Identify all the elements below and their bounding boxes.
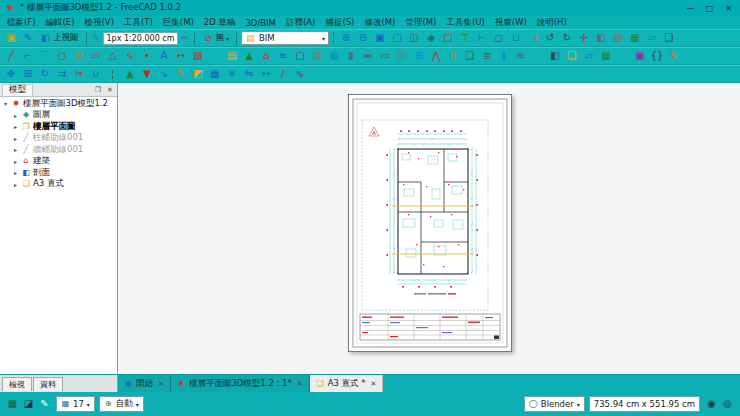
minimize-button[interactable]: — <box>683 4 698 13</box>
top-view-icon[interactable]: ⊤ <box>457 31 473 46</box>
menu-item[interactable]: 註釋(A) <box>281 17 320 29</box>
rotate-left-icon[interactable]: ↺ <box>542 31 558 46</box>
polar-array-icon[interactable]: ✳ <box>224 67 240 82</box>
select-group-icon[interactable]: ❑ <box>661 31 677 46</box>
menu-item[interactable]: 工具集(U) <box>441 17 489 29</box>
expander-icon[interactable]: ▸ <box>12 112 19 119</box>
upgrade-icon[interactable]: ▲ <box>122 67 138 82</box>
bim-views-toggle-icon[interactable]: ▦ <box>5 397 20 412</box>
rear-view-icon[interactable]: ◻ <box>491 31 507 46</box>
menu-item[interactable]: 3D/BIM <box>240 18 281 28</box>
scale-pencil-icon[interactable]: ✎ <box>91 34 102 43</box>
front-view-icon[interactable]: □ <box>440 31 456 46</box>
autogroup-button[interactable]: ⊘ 無 ▾ <box>199 31 232 46</box>
document-tab[interactable]: ✹ 樓層平面圖3D模型1.2 : 1* ✕ <box>171 375 310 392</box>
copy-icon[interactable]: ⊞ <box>20 67 36 82</box>
menu-item[interactable]: 視窗(W) <box>490 17 532 29</box>
grid-size-select[interactable]: ▦ 17 ▾ <box>56 396 95 412</box>
bim-level-icon[interactable]: ≡ <box>275 49 291 64</box>
property-tab[interactable]: 檢視 <box>2 377 32 391</box>
tree-item[interactable]: ▸ ❐ 樓層平面圖 <box>0 121 117 133</box>
tree-item[interactable]: ▸ ◈ 圖層 <box>0 110 117 122</box>
wire-to-bspline-icon[interactable]: ∿ <box>292 67 308 82</box>
menu-item[interactable]: 檢視(V) <box>80 17 119 29</box>
working-plane-icon[interactable]: ▱ <box>644 31 660 46</box>
navigation-style-select[interactable]: ◯ Blender ▾ <box>524 396 585 412</box>
spreadsheet-icon[interactable]: ▦ <box>598 49 614 64</box>
texture-icon[interactable]: ▨ <box>610 31 626 46</box>
techdraw-page-icon[interactable]: ❏ <box>564 49 580 64</box>
tree-item[interactable]: ▸ ◧ 剖面 <box>0 167 117 179</box>
fit-all-icon[interactable]: ▣ <box>372 31 388 46</box>
document-tab[interactable]: ❏ A3 直式 * ✕ <box>310 375 384 392</box>
bim-door-icon[interactable]: ◫ <box>394 49 410 64</box>
menu-item[interactable]: 2D 草稿 <box>199 17 241 29</box>
mirror-icon[interactable]: ⇋ <box>241 67 257 82</box>
sketch-edit-icon[interactable]: ✎ <box>666 49 682 64</box>
menu-item[interactable]: 檔案(F) <box>2 17 41 29</box>
bim-curtain-wall-icon[interactable]: ▦ <box>326 49 342 64</box>
close-tab-icon[interactable]: ✕ <box>371 380 377 388</box>
bim-wall-icon[interactable]: ▥ <box>309 49 325 64</box>
bim-beam-icon[interactable]: ▬ <box>360 49 376 64</box>
draft-rectangle-icon[interactable]: ▭ <box>88 49 104 64</box>
menu-item[interactable]: 編輯(E) <box>41 17 80 29</box>
bim-pipe-icon[interactable]: ∥ <box>496 49 512 64</box>
draft-ellipse-icon[interactable]: ⊙ <box>71 49 87 64</box>
bim-rebar-icon[interactable]: ≋ <box>513 49 529 64</box>
menu-item[interactable]: 管理(M) <box>400 17 441 29</box>
bim-panel-icon[interactable]: ▯ <box>445 49 461 64</box>
sync-view-icon[interactable]: ◎ <box>720 397 735 412</box>
tree-item[interactable]: ▸ ⌂ 建築 <box>0 156 117 168</box>
report-view-icon[interactable]: ◪ <box>21 397 36 412</box>
expander-icon[interactable]: ▾ <box>2 100 9 107</box>
float-panel-icon[interactable]: ❐ <box>93 86 103 94</box>
bim-project-icon[interactable]: ▤ <box>224 49 240 64</box>
bim-frame-icon[interactable]: ❑ <box>462 49 478 64</box>
join-icon[interactable]: ∪ <box>88 67 104 82</box>
zoom-out-icon[interactable]: ⊖ <box>355 31 371 46</box>
tree-item[interactable]: ▸ ╱ 柱輔助線001 <box>0 133 117 145</box>
subelement-highlight-icon[interactable]: ◩ <box>190 67 206 82</box>
move-icon[interactable]: ✥ <box>3 67 19 82</box>
array-icon[interactable]: ▦ <box>207 67 223 82</box>
menu-item[interactable]: 工具(T) <box>119 17 158 29</box>
left-view-icon[interactable]: ⊣ <box>525 31 541 46</box>
section-plane-icon[interactable]: ◧ <box>547 49 563 64</box>
mouse-navigation-icon[interactable]: ◉ <box>704 397 719 412</box>
draft-polygon-icon[interactable]: △ <box>105 49 121 64</box>
tab-model[interactable]: 模型 <box>2 84 33 96</box>
draft-arc-icon[interactable]: ⌒ <box>37 49 53 64</box>
draw-style-icon[interactable]: ◫ <box>406 31 422 46</box>
rotate-right-icon[interactable]: ↻ <box>559 31 575 46</box>
tree-item[interactable]: ▸ ╱ 牆輔助線001 <box>0 144 117 156</box>
draft-text-icon[interactable]: A <box>156 49 172 64</box>
maximize-button[interactable]: □ <box>702 4 717 13</box>
menu-item[interactable]: 說明(H) <box>532 17 572 29</box>
clip-plane-icon[interactable]: ◧ <box>593 31 609 46</box>
working-plane-select[interactable]: ⊕ 自動 ▾ <box>99 396 144 412</box>
code-brackets-icon[interactable]: {} <box>649 49 665 64</box>
tree-item[interactable]: ▸ ❏ A3 直式 <box>0 179 117 191</box>
zoom-in-icon[interactable]: ⊕ <box>338 31 354 46</box>
isometric-view-icon[interactable]: ◈ <box>423 31 439 46</box>
bim-window-icon[interactable]: ⊞ <box>411 49 427 64</box>
expander-icon[interactable]: ▸ <box>12 169 19 176</box>
close-tab-icon[interactable]: ✕ <box>158 380 164 388</box>
draft-hatch-icon[interactable]: ▨ <box>190 49 206 64</box>
expander-icon[interactable]: ▸ <box>12 123 19 130</box>
bim-building-icon[interactable]: ⌂ <box>258 49 274 64</box>
scale-edit-icon[interactable]: ✏ <box>179 34 190 43</box>
trimex-icon[interactable]: ✂ <box>71 67 87 82</box>
edit-icon[interactable]: ✎ <box>173 67 189 82</box>
close-tab-icon[interactable]: ✕ <box>297 380 303 388</box>
shape-2d-view-icon[interactable]: ▱ <box>581 49 597 64</box>
scale-display[interactable]: 1px 1:20.000 cm <box>103 32 179 45</box>
draft-circle-icon[interactable]: ○ <box>54 49 70 64</box>
property-tab[interactable]: 資料 <box>33 377 63 391</box>
menu-item[interactable]: 巨集(M) <box>158 17 199 29</box>
stretch-icon[interactable]: ↔ <box>258 67 274 82</box>
ifc-explorer-icon[interactable]: ▣ <box>632 49 648 64</box>
bim-space-icon[interactable]: ▢ <box>292 49 308 64</box>
separator[interactable] <box>615 49 631 64</box>
